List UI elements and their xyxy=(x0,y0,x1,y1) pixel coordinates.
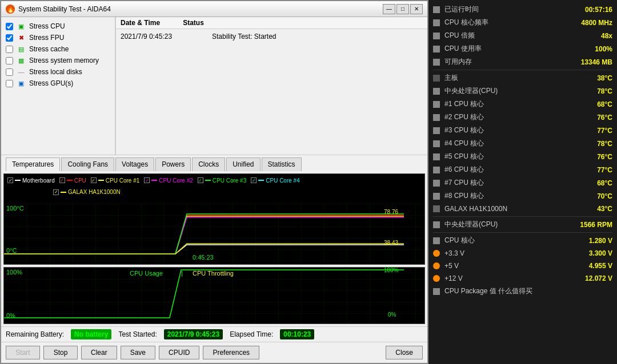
stat-cpu-mult: CPU 倍频 48x xyxy=(433,30,612,42)
legend-cpu-core1[interactable]: ✓ CPU Core #1 xyxy=(91,177,139,184)
legend-cpu-core3[interactable]: ✓ CPU Core #3 xyxy=(198,177,246,184)
memory-icon: ▦ xyxy=(17,56,26,65)
stat-core6-label: #6 CPU 核心 xyxy=(433,165,484,175)
stat-cpu-volt-value: 1.280 V xyxy=(589,237,612,245)
temp-chart-grid: 100°C 0°C 78 76 38 43 0:45:23 xyxy=(4,204,424,264)
legend-cpu-core2[interactable]: ✓ CPU Core #2 xyxy=(144,177,193,184)
stat-cpu-temp-value: 78°C xyxy=(597,87,612,95)
app-icon: 🔥 xyxy=(6,5,15,14)
stat-core4-icon xyxy=(433,140,440,147)
stress-disks-checkbox[interactable] xyxy=(6,68,13,76)
test-started-label: Test Started: xyxy=(118,330,157,338)
stat-core2-label: #2 CPU 核心 xyxy=(433,112,484,122)
tab-powers[interactable]: Powers xyxy=(155,157,191,171)
usage-chart-grid: CPU Usage | CPU Throttling 100% 0% 100% … xyxy=(4,268,424,323)
stat-divider-3 xyxy=(433,232,612,233)
stress-gpu-item: ▣ Stress GPU(s) xyxy=(6,79,110,88)
svg-text:CPU Usage: CPU Usage xyxy=(130,270,163,277)
stat-core1-icon xyxy=(433,101,440,108)
legend-cpu[interactable]: ✓ CPU xyxy=(59,177,86,184)
stat-5v-value: 4.955 V xyxy=(589,262,612,270)
stat-5v-label: +5 V xyxy=(433,262,459,270)
stat-core2-value: 76°C xyxy=(597,114,612,122)
legend-cpu-core2-label: CPU Core #2 xyxy=(159,177,193,184)
stat-divider-1 xyxy=(433,70,612,70)
cpuid-button[interactable]: CPUID xyxy=(159,346,199,359)
cpu-usage-chart: CPU Usage | CPU Throttling 100% 0% 100% … xyxy=(3,267,425,324)
stat-cpu-package-label: CPU Package 值 什么值得买 xyxy=(433,286,532,296)
stress-disks-label: Stress local disks xyxy=(29,68,82,76)
stat-mobo-label: 主板 xyxy=(433,73,458,83)
stat-cpu-freq: CPU 核心频率 4800 MHz xyxy=(433,17,612,29)
tab-unified[interactable]: Unified xyxy=(226,157,260,171)
log-header: Date & Time Status xyxy=(116,17,427,29)
stat-mobo-icon xyxy=(433,75,440,82)
stat-elapsed-icon xyxy=(433,6,440,13)
save-button[interactable]: Save xyxy=(121,346,155,359)
stat-core5-label: #5 CPU 核心 xyxy=(433,152,484,161)
tabs-area: Temperatures Cooling Fans Voltages Power… xyxy=(1,155,427,171)
close-window-button[interactable]: ✕ xyxy=(410,4,423,14)
svg-text:78 76: 78 76 xyxy=(384,209,398,215)
stat-core3-temp: #3 CPU 核心 77°C xyxy=(433,124,612,136)
window-body: ▣ Stress CPU ✖ Stress FPU ▤ Stress cache… xyxy=(1,17,427,155)
legend-cpu-core4[interactable]: ✓ CPU Core #4 xyxy=(251,177,299,184)
close-button[interactable]: Close xyxy=(386,346,423,359)
stat-galax-temp: GALAX HA1K1000N 43°C xyxy=(433,203,612,215)
stat-divider-2 xyxy=(433,216,612,217)
stat-cpu-fan-icon xyxy=(433,221,440,228)
stat-cpu-usage-icon xyxy=(433,46,440,52)
tab-voltages[interactable]: Voltages xyxy=(115,157,154,171)
cpu-icon: ▣ xyxy=(17,22,26,31)
stress-cpu-label: Stress CPU xyxy=(29,22,65,30)
start-button[interactable]: Start xyxy=(6,346,40,359)
legend-galax[interactable]: ✓ GALAX HA1K1000N xyxy=(53,189,121,195)
tab-clocks[interactable]: Clocks xyxy=(192,157,225,171)
stat-cpu-package-icon xyxy=(433,288,440,295)
stress-gpu-checkbox[interactable] xyxy=(6,80,13,87)
tab-cooling-fans[interactable]: Cooling Fans xyxy=(61,157,114,171)
tab-temperatures[interactable]: Temperatures xyxy=(6,157,60,171)
title-bar-left: 🔥 System Stability Test - AIDA64 xyxy=(6,5,111,14)
tab-statistics[interactable]: Statistics xyxy=(262,157,302,171)
preferences-button[interactable]: Preferences xyxy=(203,346,259,359)
stress-gpu-label: Stress GPU(s) xyxy=(29,79,73,87)
stress-cpu-checkbox[interactable] xyxy=(6,23,13,30)
stat-cpu-usage-value: 100% xyxy=(595,45,612,53)
stress-panel: ▣ Stress CPU ✖ Stress FPU ▤ Stress cache… xyxy=(1,17,115,155)
log-body: 2021/7/9 0:45:23 Stability Test: Started xyxy=(116,29,427,44)
stress-fpu-checkbox[interactable] xyxy=(6,34,13,42)
log-status: Stability Test: Started xyxy=(212,33,423,41)
stat-core7-label: #7 CPU 核心 xyxy=(433,178,484,188)
stat-core6-icon xyxy=(433,167,440,173)
clear-button[interactable]: Clear xyxy=(81,346,117,359)
stat-galax-label: GALAX HA1K1000N xyxy=(433,205,507,213)
temperature-chart: ✓ Motherboard ✓ CPU ✓ CPU Core #1 ✓ xyxy=(3,173,425,265)
stat-core6-value: 77°C xyxy=(597,166,612,174)
stat-33v-icon xyxy=(433,250,440,257)
stat-cpu-fan: 中央处理器(CPU) 1566 RPM xyxy=(433,219,612,230)
stat-cpu-usage-label: CPU 使用率 xyxy=(433,44,482,54)
maximize-button[interactable]: □ xyxy=(396,4,409,14)
stop-button[interactable]: Stop xyxy=(43,346,78,359)
stat-cpu-freq-label: CPU 核心频率 xyxy=(433,18,488,27)
svg-text:0%: 0% xyxy=(388,312,396,318)
stress-cache-checkbox[interactable] xyxy=(6,46,13,53)
svg-text:0:45:23: 0:45:23 xyxy=(193,254,214,261)
stat-cpu-temp-icon xyxy=(433,88,440,95)
window-title: System Stability Test - AIDA64 xyxy=(18,5,111,13)
stress-disks-item: — Stress local disks xyxy=(6,67,110,76)
legend-motherboard[interactable]: ✓ Motherboard xyxy=(7,177,55,184)
stress-cache-label: Stress cache xyxy=(29,45,69,53)
stat-cpu-temp-label: 中央处理器(CPU) xyxy=(433,86,498,96)
stat-core8-value: 70°C xyxy=(597,192,612,200)
stat-core3-icon xyxy=(433,127,440,134)
stat-cpu-mult-icon xyxy=(433,33,440,39)
stress-memory-checkbox[interactable] xyxy=(6,57,13,64)
legend-cpu-label: CPU xyxy=(74,177,86,184)
legend-cpu-core3-label: CPU Core #3 xyxy=(213,177,246,184)
stress-fpu-item: ✖ Stress FPU xyxy=(6,33,110,42)
minimize-button[interactable]: — xyxy=(383,4,395,14)
stat-12v-icon xyxy=(433,275,440,282)
legend-motherboard-label: Motherboard xyxy=(22,177,55,184)
